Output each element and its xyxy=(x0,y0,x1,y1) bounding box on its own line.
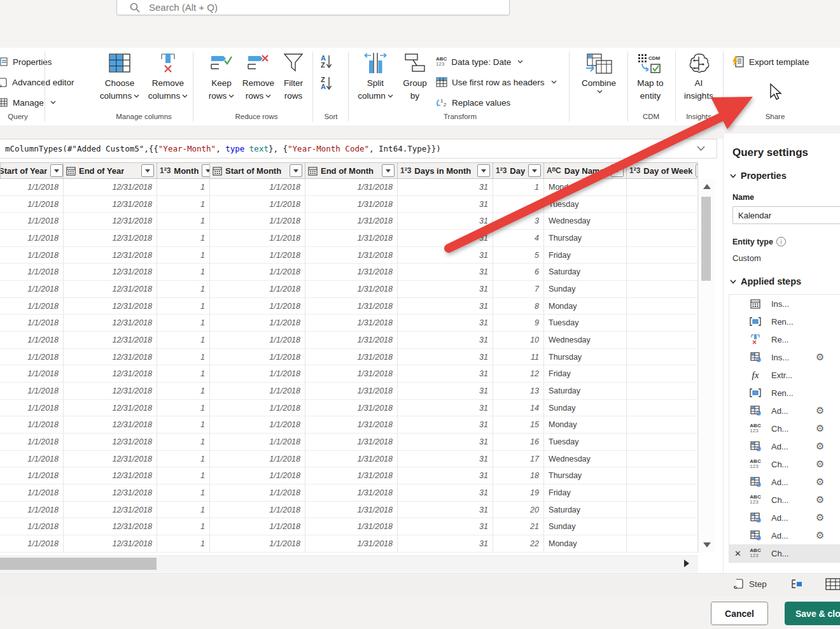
table-cell[interactable] xyxy=(627,365,698,383)
table-cell[interactable]: 1 xyxy=(157,365,210,383)
table-cell[interactable]: 31 xyxy=(398,502,493,519)
scroll-down-icon[interactable] xyxy=(703,542,711,548)
diagram-view-button[interactable] xyxy=(791,578,805,590)
advanced-editor-button[interactable]: Advanced editor xyxy=(0,74,74,90)
table-cell[interactable]: 1 xyxy=(157,196,210,213)
table-cell[interactable]: 31 xyxy=(398,179,493,196)
table-cell[interactable]: 1/31/2018 xyxy=(305,314,398,332)
table-cell[interactable]: 12/31/2018 xyxy=(64,196,157,213)
table-cell[interactable]: 17 xyxy=(493,451,544,468)
table-cell[interactable]: 1/1/2018 xyxy=(0,298,64,315)
table-cell[interactable]: 1/1/2018 xyxy=(0,314,64,332)
data-view-button[interactable] xyxy=(825,578,840,590)
table-cell[interactable]: 1/1/2018 xyxy=(210,281,305,298)
table-cell[interactable]: 1 xyxy=(157,535,210,553)
applied-step-item[interactable]: Ins... xyxy=(729,295,840,313)
table-cell[interactable]: 1/1/2018 xyxy=(210,247,305,264)
table-cell[interactable]: 4 xyxy=(493,230,544,247)
table-cell[interactable] xyxy=(627,247,698,264)
table-cell[interactable]: 31 xyxy=(398,365,493,383)
table-cell[interactable]: 1 xyxy=(157,332,210,349)
table-cell[interactable]: 12/31/2018 xyxy=(64,400,157,417)
table-cell[interactable] xyxy=(627,213,698,230)
table-cell[interactable]: 12/31/2018 xyxy=(64,518,157,535)
table-cell[interactable]: 1 xyxy=(157,281,210,298)
applied-step-item[interactable]: ✕ABC123Ch... xyxy=(729,544,840,562)
table-cell[interactable]: 12/31/2018 xyxy=(64,502,157,519)
applied-step-item[interactable]: ABC123Ch...⚙ xyxy=(729,491,840,509)
filter-dropdown-button[interactable] xyxy=(50,164,63,177)
table-cell[interactable]: 31 xyxy=(398,383,493,400)
table-cell[interactable]: 31 xyxy=(398,332,493,349)
table-cell[interactable] xyxy=(627,416,698,434)
save-and-close-button[interactable]: Save & close xyxy=(785,602,840,625)
table-cell[interactable]: Tuesday xyxy=(544,434,627,451)
combine-button[interactable]: Combine xyxy=(578,53,620,94)
properties-section-header[interactable]: Properties xyxy=(730,171,787,181)
table-cell[interactable]: 1/1/2018 xyxy=(0,196,64,213)
table-cell[interactable]: 1/31/2018 xyxy=(305,298,398,315)
remove-columns-button[interactable]: Remove columns xyxy=(144,53,192,102)
table-cell[interactable]: 1/31/2018 xyxy=(305,196,398,213)
table-cell[interactable]: 1 xyxy=(157,230,210,247)
gear-icon[interactable]: ⚙ xyxy=(816,441,824,452)
applied-step-item[interactable]: ⚙Ad...⚙ xyxy=(729,402,840,420)
table-cell[interactable]: 1/31/2018 xyxy=(305,535,398,553)
table-cell[interactable]: 1/1/2018 xyxy=(0,535,64,553)
table-cell[interactable]: 1 xyxy=(157,314,210,332)
table-cell[interactable]: 1 xyxy=(157,349,210,366)
table-cell[interactable]: 1/1/2018 xyxy=(210,535,305,553)
table-cell[interactable]: 10 xyxy=(493,332,544,349)
table-cell[interactable]: Saturday xyxy=(544,502,627,519)
table-cell[interactable]: 1/1/2018 xyxy=(210,179,305,196)
table-cell[interactable]: 1/1/2018 xyxy=(210,264,305,281)
applied-step-item[interactable]: fxExtr... xyxy=(729,366,840,384)
choose-columns-button[interactable]: Choose columns xyxy=(95,53,144,102)
table-cell[interactable]: Monday xyxy=(544,179,627,196)
column-header-start-of-year[interactable]: Start of Year xyxy=(0,162,64,179)
table-cell[interactable] xyxy=(627,196,698,213)
table-cell[interactable]: 31 xyxy=(398,264,493,281)
keep-rows-button[interactable]: Keep rows xyxy=(203,53,240,102)
table-cell[interactable]: 1/1/2018 xyxy=(210,196,305,213)
table-cell[interactable]: 31 xyxy=(398,247,493,264)
table-cell[interactable]: Saturday xyxy=(544,264,627,281)
table-cell[interactable]: 12/31/2018 xyxy=(64,264,157,281)
table-cell[interactable]: 1/1/2018 xyxy=(210,400,305,417)
gear-icon[interactable]: ⚙ xyxy=(816,476,824,488)
horizontal-scrollbar-thumb[interactable] xyxy=(0,558,157,570)
table-cell[interactable]: 1/31/2018 xyxy=(305,434,398,451)
table-cell[interactable] xyxy=(627,484,698,502)
table-cell[interactable]: Tuesday xyxy=(544,314,627,332)
table-cell[interactable]: Friday xyxy=(544,247,627,264)
table-cell[interactable]: Wednesday xyxy=(544,213,627,230)
table-cell[interactable]: 12/31/2018 xyxy=(64,179,157,196)
column-header-days-in-month[interactable]: 1²3Days in Month xyxy=(398,162,493,179)
table-cell[interactable]: 12 xyxy=(493,365,544,383)
table-cell[interactable]: 31 xyxy=(398,535,493,553)
applied-step-item[interactable]: ⚙Ins...⚙ xyxy=(729,348,840,366)
table-cell[interactable]: 1/31/2018 xyxy=(305,451,398,468)
table-cell[interactable]: 1/1/2018 xyxy=(0,230,64,247)
scroll-right-icon[interactable] xyxy=(684,560,689,567)
table-cell[interactable]: 31 xyxy=(398,298,493,315)
table-cell[interactable]: 1/1/2018 xyxy=(210,230,305,247)
table-cell[interactable]: Sunday xyxy=(544,518,627,535)
table-cell[interactable]: 1/1/2018 xyxy=(0,467,64,484)
table-cell[interactable]: 12/31/2018 xyxy=(64,451,157,468)
table-cell[interactable]: Monday xyxy=(544,535,627,553)
table-cell[interactable]: 31 xyxy=(398,416,493,434)
table-cell[interactable]: Friday xyxy=(544,365,627,383)
table-cell[interactable]: 1 xyxy=(157,213,210,230)
table-cell[interactable]: 12/31/2018 xyxy=(64,247,157,264)
table-cell[interactable]: 1/1/2018 xyxy=(0,247,64,264)
filter-dropdown-button[interactable] xyxy=(382,164,395,177)
table-cell[interactable]: 1/31/2018 xyxy=(305,332,398,349)
formula-expand-chevron-icon[interactable] xyxy=(697,146,705,152)
search-input[interactable]: Search (Alt + Q) xyxy=(116,0,510,15)
table-cell[interactable]: 1/1/2018 xyxy=(210,518,305,535)
table-cell[interactable]: 1/1/2018 xyxy=(210,502,305,519)
ai-insights-button[interactable]: AI insights xyxy=(678,53,719,102)
applied-step-item[interactable]: ⚙Ad...⚙ xyxy=(729,527,840,544)
table-cell[interactable]: 1 xyxy=(157,400,210,417)
